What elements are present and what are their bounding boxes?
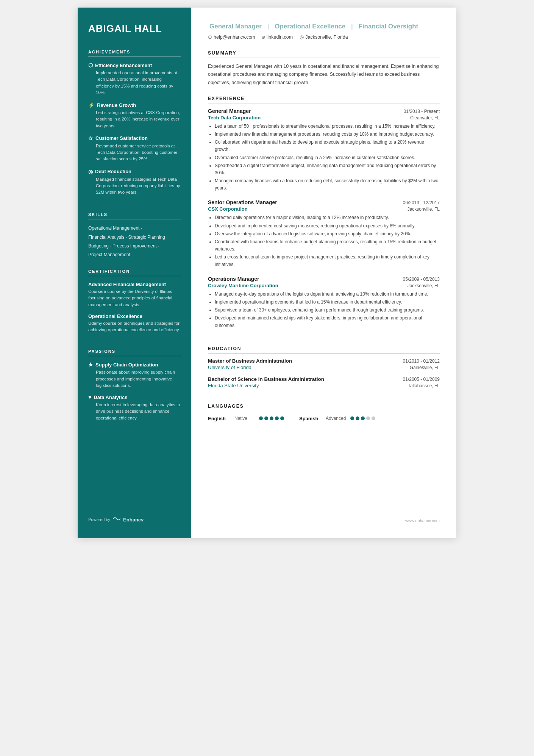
cert-desc: Udemy course on techniques and strategie… [88, 320, 181, 333]
edu-location: Gainesville, FL [410, 365, 440, 370]
achievement-desc: Led strategic initiatives at CSX Corpora… [88, 110, 181, 129]
language-item: English Native [208, 416, 284, 421]
skill-item: Project Management [88, 251, 181, 258]
exp-bullets: Directed daily operations for a major di… [208, 214, 440, 268]
achievement-item: ⚡ Revenue Growth Led strategic initiativ… [88, 102, 181, 129]
exp-location: Clearwater, FL [410, 115, 440, 121]
edu-degree: Bachelor of Science in Business Administ… [208, 376, 324, 382]
exp-company: Tech Data Corporation [208, 115, 261, 121]
contact-row: ⊙ help@enhancv.com ⌀ linkedin.com ◎ Jack… [208, 34, 440, 40]
main-content: General Manager | Operational Excellence… [191, 8, 456, 538]
lang-name: English [208, 416, 231, 421]
summary-section: SUMMARY Experienced General Manager with… [208, 50, 440, 87]
edu-school: Florida State University [208, 383, 259, 388]
certification-title: CERTIFICATION [88, 269, 181, 276]
achievement-item: ◎ Debt Reduction Managed financial strat… [88, 169, 181, 196]
bullet-item: Collaborated with departmental heads to … [215, 139, 440, 153]
summary-title: SUMMARY [208, 50, 440, 58]
education-title: EDUCATION [208, 346, 440, 354]
passions-title: PASSIONS [88, 349, 181, 356]
cert-desc: Coursera course by the University of Ill… [88, 288, 181, 308]
main-footer: www.enhancv.com [208, 511, 440, 523]
candidate-name: ABIGAIL HALL [88, 23, 181, 34]
bullet-item: Developed and maintained relationships w… [215, 315, 440, 329]
bullet-item: Developed and implemented cost-saving me… [215, 222, 440, 230]
passion-item: ★ Supply Chain Optimization Passionate a… [88, 362, 181, 389]
education-entry: Master of Business Administration 01/201… [208, 358, 440, 370]
skill-item: Budgeting · Process Improvement · [88, 243, 181, 250]
achievement-name: Debt Reduction [95, 169, 131, 174]
passion-name: Supply Chain Optimization [95, 362, 158, 368]
exp-bullets: Led a team of 50+ professionals to strea… [208, 123, 440, 192]
lang-name: Spanish [299, 416, 322, 421]
location-value: Jacksonville, Florida [305, 34, 348, 40]
bullet-item: Led a cross-functional team to improve p… [215, 254, 440, 268]
achievements-section: ACHIEVEMENTS ⬡ Efficiency Enhancement Im… [88, 50, 181, 202]
skills-title: SKILLS [88, 212, 181, 219]
cert-title: Advanced Financial Management [88, 282, 181, 287]
bullet-item: Directed daily operations for a major di… [215, 214, 440, 221]
achievement-name: Revenue Growth [97, 102, 136, 108]
achievements-title: ACHIEVEMENTS [88, 50, 181, 57]
main-header: General Manager | Operational Excellence… [208, 23, 440, 40]
edu-school-row: Florida State University Tallahassee, FL [208, 383, 440, 388]
achievement-name: Efficiency Enhancement [95, 63, 152, 68]
lang-dot [356, 416, 359, 420]
achievement-item: ☆ Customer Satisfaction Revamped custome… [88, 135, 181, 163]
footer-url: www.enhancv.com [405, 518, 440, 523]
powered-by-label: Powered by [88, 517, 110, 522]
sidebar-footer: Powered by Enhancv [88, 505, 181, 523]
passion-icon: ♥ [88, 394, 91, 400]
exp-company-row: CSX Corporation Jacksonville, FL [208, 206, 440, 212]
experience-entry: Senior Operations Manager 06/2013 - 12/2… [208, 199, 440, 268]
cert-title: Operational Excellence [88, 313, 181, 319]
brand-name: Enhancv [123, 517, 144, 523]
bullet-item: Supervised a team of 30+ employees, enha… [215, 307, 440, 314]
lang-dot [275, 416, 279, 420]
achievement-name: Customer Satisfaction [95, 135, 148, 141]
edu-location: Tallahassee, FL [408, 383, 440, 388]
bullet-item: Implemented operational improvements tha… [215, 299, 440, 306]
language-item: Spanish Advanced [299, 416, 375, 421]
achievement-item: ⬡ Efficiency Enhancement Implemented ope… [88, 62, 181, 96]
passion-icon: ★ [88, 362, 93, 368]
exp-bullets: Managed day-to-day operations of the log… [208, 291, 440, 329]
exp-dates: 01/2018 - Present [404, 109, 440, 114]
exp-header: Senior Operations Manager 06/2013 - 12/2… [208, 199, 440, 205]
education-section: EDUCATION Master of Business Administrat… [208, 346, 440, 394]
cert-item: Advanced Financial Management Coursera c… [88, 282, 181, 308]
sidebar: ABIGAIL HALL ACHIEVEMENTS ⬡ Efficiency E… [78, 8, 191, 538]
linkedin-value: linkedin.com [267, 34, 293, 40]
languages-section: LANGUAGES English Native Spanish Advance… [208, 404, 440, 421]
passion-desc: Passionate about improving supply chain … [88, 369, 181, 389]
exp-company-row: Tech Data Corporation Clearwater, FL [208, 115, 440, 121]
exp-header: General Manager 01/2018 - Present [208, 108, 440, 114]
passion-title: ♥ Data Analytics [88, 394, 181, 400]
lang-level: Advanced [326, 416, 347, 421]
skills-list: Operational Management ·Financial Analys… [88, 225, 181, 258]
lang-dot [259, 416, 263, 420]
email-icon: ⊙ [208, 34, 212, 40]
exp-location: Jacksonville, FL [408, 283, 440, 288]
exp-role: Operations Manager [208, 276, 259, 282]
exp-header: Operations Manager 05/2009 - 05/2013 [208, 276, 440, 282]
lang-dots [350, 416, 375, 420]
experience-section: EXPERIENCE General Manager 01/2018 - Pre… [208, 96, 440, 337]
exp-company: Crowley Maritime Corporation [208, 283, 278, 288]
cert-item: Operational Excellence Udemy course on t… [88, 313, 181, 333]
skill-item: Financial Analysis · Strategic Planning … [88, 234, 181, 241]
linkedin-icon: ⌀ [262, 34, 265, 40]
lang-dot [372, 416, 375, 420]
bullet-item: Managed company finances with a focus on… [215, 177, 440, 192]
title-part-2: Operational Excellence [275, 23, 345, 30]
achievement-icon: ☆ [88, 135, 93, 141]
lang-dot [270, 416, 273, 420]
bullet-item: Coordinated with finance teams to enhanc… [215, 238, 440, 253]
languages-list: English Native Spanish Advanced [208, 416, 440, 421]
exp-dates: 06/2013 - 12/2017 [403, 200, 440, 205]
certification-section: CERTIFICATION Advanced Financial Managem… [88, 269, 181, 338]
languages-title: LANGUAGES [208, 404, 440, 411]
education-list: Master of Business Administration 01/201… [208, 358, 440, 388]
experience-entry: Operations Manager 05/2009 - 05/2013 Cro… [208, 276, 440, 329]
lang-dot [264, 416, 268, 420]
